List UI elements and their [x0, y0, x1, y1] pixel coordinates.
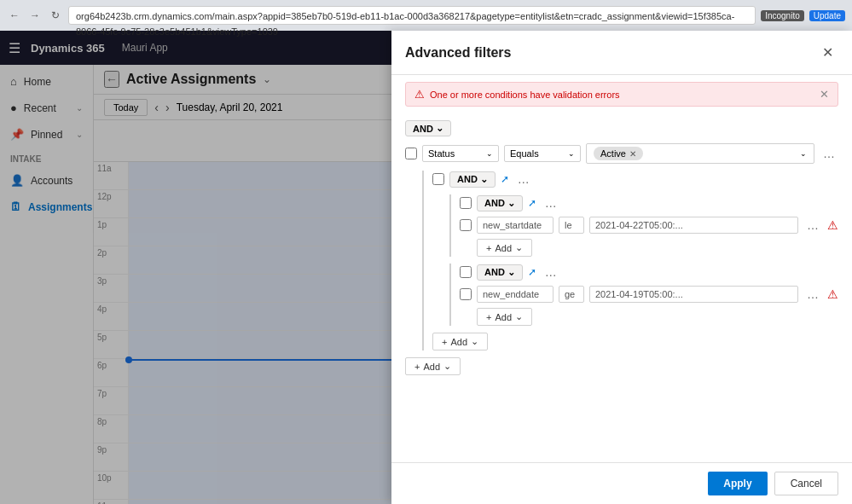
group1-add-button[interactable]: + Add ⌄: [432, 333, 488, 350]
filter-enddate-checkbox[interactable]: [460, 288, 472, 300]
and-chip-inner1[interactable]: AND ⌄: [477, 195, 523, 211]
warning-icon: ⚠: [414, 88, 425, 101]
active-tag-remove-button[interactable]: ✕: [629, 149, 636, 159]
filter-inner-group-2: AND ⌄ ➚ … new_enddate ge 2021-04-19T0: [449, 264, 838, 326]
filter-operator-chevron: ⌄: [568, 149, 575, 158]
advanced-filters-footer: Apply Cancel: [391, 462, 852, 504]
apply-button[interactable]: Apply: [708, 472, 767, 495]
filter-enddate-value[interactable]: 2021-04-19T05:00:...: [589, 286, 798, 303]
add-icon-1: +: [486, 243, 491, 253]
filter-group-1: AND ⌄ ➚ … AND ⌄ ➚ …: [422, 171, 838, 350]
group1-expand-button[interactable]: ➚: [501, 173, 509, 185]
add-icon-2: +: [486, 312, 491, 322]
filter-row-1: Status ⌄ Equals ⌄ Active ✕ ⌄ …: [405, 143, 838, 164]
filter-field-status-label: Status: [428, 148, 455, 159]
update-badge[interactable]: Update: [809, 10, 845, 21]
filter-field-status[interactable]: Status ⌄: [422, 145, 499, 162]
value-box-chevron: ⌄: [800, 149, 807, 158]
filter-startdate-operator[interactable]: le: [559, 217, 584, 234]
back-button[interactable]: ←: [7, 8, 22, 23]
inner-group1-add-button[interactable]: + Add ⌄: [477, 239, 532, 257]
incognito-badge: Incognito: [761, 10, 804, 21]
filter-group1-kebab-button[interactable]: …: [514, 171, 533, 188]
bottom-add-button[interactable]: + Add ⌄: [405, 357, 461, 375]
browser-actions: Incognito Update: [761, 10, 845, 21]
validation-error-text: One or more conditions have validation e…: [430, 90, 620, 100]
filter-body: AND ⌄ Status ⌄ Equals ⌄ Active ✕ ⌄ …: [391, 113, 852, 462]
cancel-button[interactable]: Cancel: [774, 472, 838, 495]
and-label-top: AND: [413, 124, 433, 134]
reload-button[interactable]: ↻: [48, 8, 63, 23]
and-chip-group1[interactable]: AND ⌄: [449, 171, 496, 188]
filter-startdate-checkbox[interactable]: [460, 219, 472, 231]
inner-group2-expand-button[interactable]: ➚: [528, 266, 536, 278]
filter-row1-checkbox[interactable]: [405, 148, 417, 159]
advanced-filters-header: Advanced filters ✕: [391, 31, 852, 75]
forward-button[interactable]: →: [27, 8, 43, 23]
add-chevron-icon-1: ⌄: [515, 242, 523, 253]
filter-field-status-chevron: ⌄: [486, 149, 493, 158]
filter-inner-group2-kebab-button[interactable]: …: [542, 264, 560, 281]
add-chevron-icon-group1: ⌄: [471, 336, 478, 347]
url-bar[interactable]: org64b2423b.crm.dynamics.com/main.aspx?a…: [68, 6, 756, 25]
advanced-filters-panel: Advanced filters ✕ ⚠ One or more conditi…: [391, 31, 852, 504]
inner-group1-expand-button[interactable]: ➚: [528, 197, 536, 209]
filter-startdate-field[interactable]: new_startdate: [477, 217, 554, 234]
and-chip-inner2[interactable]: AND ⌄: [477, 264, 523, 281]
filter-startdate-value[interactable]: 2021-04-22T05:00:...: [589, 217, 798, 234]
filter-operator-equals[interactable]: Equals ⌄: [504, 145, 581, 162]
startdate-error-icon: ⚠: [827, 218, 838, 232]
filter-inner-group1-checkbox[interactable]: [460, 197, 472, 209]
advanced-filters-title: Advanced filters: [405, 45, 817, 61]
active-tag: Active ✕: [594, 147, 643, 160]
add-icon-bottom: +: [414, 362, 420, 372]
filter-startdate-kebab-button[interactable]: …: [803, 217, 822, 234]
filter-enddate-row: new_enddate ge 2021-04-19T05:00:... … ⚠: [460, 286, 838, 303]
and-chevron-icon: ⌄: [436, 123, 443, 134]
filter-and-top: AND ⌄: [405, 120, 838, 136]
filter-row1-kebab-button[interactable]: …: [820, 145, 838, 162]
add-icon-group1: +: [442, 337, 447, 347]
filter-inner-group1-header: AND ⌄ ➚ …: [460, 194, 838, 211]
filter-enddate-field[interactable]: new_enddate: [477, 286, 554, 303]
and-chip-top[interactable]: AND ⌄: [405, 120, 451, 136]
filter-group-1-header: AND ⌄ ➚ …: [432, 171, 838, 188]
enddate-error-icon: ⚠: [827, 287, 838, 301]
add-chevron-icon-2: ⌄: [515, 311, 523, 322]
inner-group2-add-button[interactable]: + Add ⌄: [477, 308, 532, 326]
filter-inner-group2-checkbox[interactable]: [460, 266, 472, 278]
filter-group1-checkbox[interactable]: [432, 173, 444, 185]
filter-enddate-operator[interactable]: ge: [559, 286, 584, 303]
browser-bar: ← → ↻ org64b2423b.crm.dynamics.com/main.…: [0, 0, 852, 31]
filter-enddate-kebab-button[interactable]: …: [803, 286, 822, 303]
validation-error-close-button[interactable]: ✕: [820, 88, 829, 101]
add-chevron-icon-bottom: ⌄: [443, 361, 451, 372]
filter-operator-equals-label: Equals: [510, 148, 539, 159]
filter-startdate-row: new_startdate le 2021-04-22T05:00:... … …: [460, 217, 838, 234]
active-tag-label: Active: [600, 148, 626, 159]
advanced-filters-close-button[interactable]: ✕: [817, 43, 838, 62]
filter-inner-group1-kebab-button[interactable]: …: [542, 194, 560, 211]
filter-value-active-box: Active ✕ ⌄: [586, 143, 814, 164]
validation-error-bar: ⚠ One or more conditions have validation…: [405, 82, 838, 107]
filter-inner-group-1: AND ⌄ ➚ … new_startdate le 2021-04-22: [449, 194, 838, 257]
filter-inner-group2-header: AND ⌄ ➚ …: [460, 264, 838, 281]
